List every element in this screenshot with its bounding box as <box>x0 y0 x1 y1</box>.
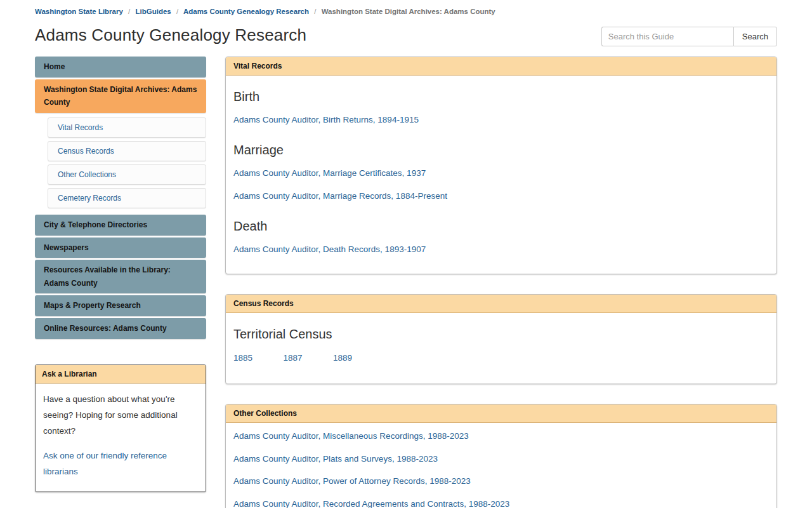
link-census-1885[interactable]: 1885 <box>233 353 252 363</box>
link-power-of-attorney[interactable]: Adams County Auditor, Power of Attorney … <box>233 476 769 488</box>
breadcrumb-current-page: Washington State Digital Archives: Adams… <box>322 8 495 15</box>
page-title: Adams County Genealogy Research <box>35 25 306 45</box>
ask-a-librarian-text: Have a question about what you're seeing… <box>43 394 178 436</box>
sidebar-item-online-resources[interactable]: Online Resources: Adams County <box>35 318 206 339</box>
sidebar-subitem-census-records[interactable]: Census Records <box>48 141 206 161</box>
birth-heading: Birth <box>233 90 769 104</box>
other-collections-box-title: Other Collections <box>226 404 776 423</box>
sidebar-subitem-vital-records[interactable]: Vital Records <box>48 117 206 138</box>
link-death-records[interactable]: Adams County Auditor, Death Records, 189… <box>233 244 769 256</box>
sidebar-subitem-other-collections[interactable]: Other Collections <box>48 164 206 185</box>
link-census-1887[interactable]: 1887 <box>284 353 303 363</box>
sidebar-subnav: Vital Records Census Records Other Colle… <box>35 115 206 215</box>
page: Washington State Library / LibGuides / A… <box>0 0 812 508</box>
link-miscellaneous-recordings[interactable]: Adams County Auditor, Miscellaneous Reco… <box>233 431 769 443</box>
main-content: Vital Records Birth Adams County Auditor… <box>225 57 777 508</box>
census-records-box: Census Records Territorial Census 1885 1… <box>225 294 777 384</box>
guide-search: Search <box>601 27 777 46</box>
census-year-links: 1885 1887 1889 <box>233 352 769 363</box>
link-marriage-records[interactable]: Adams County Auditor, Marriage Records, … <box>233 190 769 203</box>
sidebar: Home Washington State Digital Archives: … <box>35 57 206 491</box>
ask-a-librarian-link[interactable]: Ask one of our friendly reference librar… <box>43 448 198 480</box>
breadcrumb-link-libguides[interactable]: LibGuides <box>135 8 171 15</box>
sidebar-item-resources-available[interactable]: Resources Available in the Library: Adam… <box>35 260 206 293</box>
link-marriage-certificates[interactable]: Adams County Auditor, Marriage Certifica… <box>233 168 769 180</box>
link-birth-returns[interactable]: Adams County Auditor, Birth Returns, 189… <box>233 114 769 126</box>
breadcrumb-separator: / <box>314 8 316 15</box>
breadcrumb-separator: / <box>176 8 178 15</box>
link-plats-and-surveys[interactable]: Adams County Auditor, Plats and Surveys,… <box>233 453 769 465</box>
marriage-heading: Marriage <box>233 143 769 157</box>
layout: Home Washington State Digital Archives: … <box>35 57 777 508</box>
breadcrumb-separator: / <box>128 8 130 15</box>
ask-a-librarian-title: Ask a Librarian <box>36 365 206 384</box>
sidebar-item-city-telephone-directories[interactable]: City & Telephone Directories <box>35 215 206 236</box>
sidebar-item-maps-property-research[interactable]: Maps & Property Research <box>35 295 206 316</box>
link-census-1889[interactable]: 1889 <box>333 353 352 363</box>
search-input[interactable] <box>601 27 733 46</box>
vital-records-box-title: Vital Records <box>226 57 776 76</box>
death-heading: Death <box>233 219 769 234</box>
search-button[interactable]: Search <box>733 27 777 46</box>
breadcrumb: Washington State Library / LibGuides / A… <box>35 5 777 17</box>
breadcrumb-link-guide[interactable]: Adams County Genealogy Research <box>183 8 309 15</box>
page-header: Adams County Genealogy Research Search <box>35 25 777 46</box>
breadcrumb-link-state-library[interactable]: Washington State Library <box>35 8 123 15</box>
territorial-census-heading: Territorial Census <box>233 327 769 342</box>
other-collections-box: Other Collections Adams County Auditor, … <box>225 404 777 508</box>
sidebar-subitem-cemetery-records[interactable]: Cemetery Records <box>48 188 206 208</box>
census-records-box-title: Census Records <box>226 295 776 313</box>
ask-a-librarian-box: Ask a Librarian Have a question about wh… <box>35 364 206 492</box>
vital-records-box: Vital Records Birth Adams County Auditor… <box>225 57 777 274</box>
sidebar-item-newspapers[interactable]: Newspapers <box>35 237 206 258</box>
sidebar-item-home[interactable]: Home <box>35 57 206 77</box>
link-recorded-agreements[interactable]: Adams County Auditor, Recorded Agreement… <box>233 498 769 508</box>
sidebar-item-digital-archives[interactable]: Washington State Digital Archives: Adams… <box>35 79 206 113</box>
